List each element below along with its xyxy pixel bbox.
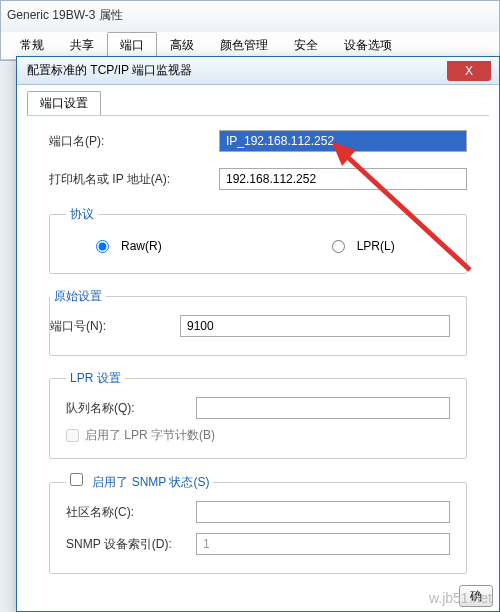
port-no-label: 端口号(N): bbox=[50, 318, 180, 335]
snmp-legend: 启用了 SNMP 状态(S) bbox=[66, 473, 213, 491]
community-label: 社区名称(C): bbox=[66, 504, 196, 521]
raw-settings-fieldset: 原始设置 端口号(N): bbox=[49, 288, 467, 356]
snmp-fieldset: 启用了 SNMP 状态(S) 社区名称(C): SNMP 设备索引(D): bbox=[49, 473, 467, 574]
lpr-radio[interactable]: LPR(L) bbox=[332, 239, 395, 253]
tab-port-settings[interactable]: 端口设置 bbox=[27, 91, 101, 115]
tab-sharing[interactable]: 共享 bbox=[57, 32, 107, 59]
close-button[interactable]: X bbox=[447, 61, 491, 81]
lpr-bytecount-checkbox bbox=[66, 429, 79, 442]
protocol-fieldset: 协议 Raw(R) LPR(L) bbox=[49, 206, 467, 274]
tab-color[interactable]: 颜色管理 bbox=[207, 32, 281, 59]
queue-input bbox=[196, 397, 450, 419]
watermark-text: w.jb51.net bbox=[429, 590, 492, 606]
snmp-index-input bbox=[196, 533, 450, 555]
snmp-enable-checkbox[interactable] bbox=[70, 473, 83, 486]
protocol-legend: 协议 bbox=[66, 206, 98, 223]
dialog-body: 端口名(P): 打印机名或 IP 地址(A): 协议 Raw(R) LPR(L)… bbox=[27, 115, 489, 602]
close-icon: X bbox=[465, 64, 473, 78]
lpr-radio-input[interactable] bbox=[332, 240, 345, 253]
lpr-settings-legend: LPR 设置 bbox=[66, 370, 125, 387]
raw-radio[interactable]: Raw(R) bbox=[96, 239, 162, 253]
tab-security[interactable]: 安全 bbox=[281, 32, 331, 59]
snmp-index-label: SNMP 设备索引(D): bbox=[66, 536, 196, 553]
address-label: 打印机名或 IP 地址(A): bbox=[49, 171, 219, 188]
dialog-title: 配置标准的 TCP/IP 端口监视器 bbox=[27, 62, 192, 79]
lpr-bytecount-label: 启用了 LPR 字节计数(B) bbox=[85, 427, 215, 444]
raw-radio-input[interactable] bbox=[96, 240, 109, 253]
tab-device[interactable]: 设备选项 bbox=[331, 32, 405, 59]
address-input[interactable] bbox=[219, 168, 467, 190]
queue-label: 队列名称(Q): bbox=[66, 400, 196, 417]
lpr-settings-fieldset: LPR 设置 队列名称(Q): 启用了 LPR 字节计数(B) bbox=[49, 370, 467, 459]
port-no-input[interactable] bbox=[180, 315, 450, 337]
inner-tabstrip: 端口设置 bbox=[17, 85, 499, 115]
community-input bbox=[196, 501, 450, 523]
tab-general[interactable]: 常规 bbox=[7, 32, 57, 59]
raw-settings-legend: 原始设置 bbox=[50, 288, 106, 305]
port-name-input[interactable] bbox=[219, 130, 467, 152]
dialog-titlebar: 配置标准的 TCP/IP 端口监视器 X bbox=[17, 57, 499, 85]
printer-properties-window: Generic 19BW-3 属性 常规 共享 端口 高级 颜色管理 安全 设备… bbox=[0, 0, 500, 61]
tab-advanced[interactable]: 高级 bbox=[157, 32, 207, 59]
tcpip-port-dialog: 配置标准的 TCP/IP 端口监视器 X 端口设置 端口名(P): 打印机名或 … bbox=[16, 56, 500, 612]
window-title: Generic 19BW-3 属性 bbox=[1, 1, 499, 32]
port-name-label: 端口名(P): bbox=[49, 133, 219, 150]
